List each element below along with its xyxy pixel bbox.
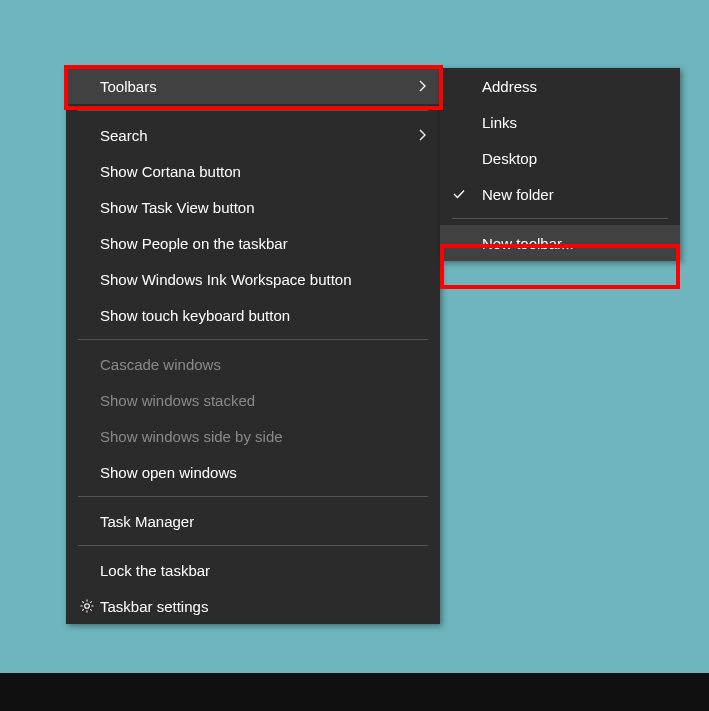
menu-item-show-task-view[interactable]: Show Task View button xyxy=(66,189,440,225)
gear-icon xyxy=(74,598,100,614)
svg-point-0 xyxy=(85,604,90,609)
menu-item-task-manager[interactable]: Task Manager xyxy=(66,503,440,539)
menu-label: Show windows side by side xyxy=(100,428,428,445)
menu-item-show-people[interactable]: Show People on the taskbar xyxy=(66,225,440,261)
submenu-item-new-folder[interactable]: New folder xyxy=(440,176,680,212)
menu-label: Search xyxy=(100,127,418,144)
menu-separator xyxy=(78,496,428,497)
menu-label: New toolbar... xyxy=(482,235,668,252)
menu-item-show-open-windows[interactable]: Show open windows xyxy=(66,454,440,490)
submenu-item-address[interactable]: Address xyxy=(440,68,680,104)
menu-item-cascade: Cascade windows xyxy=(66,346,440,382)
menu-item-stacked: Show windows stacked xyxy=(66,382,440,418)
menu-item-taskbar-settings[interactable]: Taskbar settings xyxy=(66,588,440,624)
menu-label: Task Manager xyxy=(100,513,428,530)
menu-label: Lock the taskbar xyxy=(100,562,428,579)
menu-label: Cascade windows xyxy=(100,356,428,373)
menu-label: Address xyxy=(482,78,668,95)
taskbar[interactable] xyxy=(0,673,709,711)
menu-separator xyxy=(78,339,428,340)
menu-label: Show Cortana button xyxy=(100,163,428,180)
taskbar-context-menu: Toolbars Search Show Cortana button Show… xyxy=(66,68,440,624)
menu-label: Show touch keyboard button xyxy=(100,307,428,324)
menu-item-show-cortana[interactable]: Show Cortana button xyxy=(66,153,440,189)
menu-label: New folder xyxy=(482,186,668,203)
menu-separator xyxy=(78,110,428,111)
menu-label: Show People on the taskbar xyxy=(100,235,428,252)
submenu-item-desktop[interactable]: Desktop xyxy=(440,140,680,176)
menu-label: Links xyxy=(482,114,668,131)
menu-separator xyxy=(78,545,428,546)
menu-label: Toolbars xyxy=(100,78,418,95)
toolbars-submenu: Address Links Desktop New folder New too… xyxy=(440,68,680,261)
menu-item-toolbars[interactable]: Toolbars xyxy=(66,68,440,104)
submenu-item-new-toolbar[interactable]: New toolbar... xyxy=(440,225,680,261)
menu-label: Show windows stacked xyxy=(100,392,428,409)
chevron-right-icon xyxy=(418,128,428,142)
check-icon xyxy=(452,187,482,201)
menu-item-show-ink[interactable]: Show Windows Ink Workspace button xyxy=(66,261,440,297)
chevron-right-icon xyxy=(418,79,428,93)
menu-item-side-by-side: Show windows side by side xyxy=(66,418,440,454)
menu-label: Show Task View button xyxy=(100,199,428,216)
menu-item-show-touch-keyboard[interactable]: Show touch keyboard button xyxy=(66,297,440,333)
menu-item-search[interactable]: Search xyxy=(66,117,440,153)
menu-label: Desktop xyxy=(482,150,668,167)
submenu-item-links[interactable]: Links xyxy=(440,104,680,140)
menu-item-lock-taskbar[interactable]: Lock the taskbar xyxy=(66,552,440,588)
menu-separator xyxy=(452,218,668,219)
menu-label: Taskbar settings xyxy=(100,598,428,615)
menu-label: Show open windows xyxy=(100,464,428,481)
menu-label: Show Windows Ink Workspace button xyxy=(100,271,428,288)
